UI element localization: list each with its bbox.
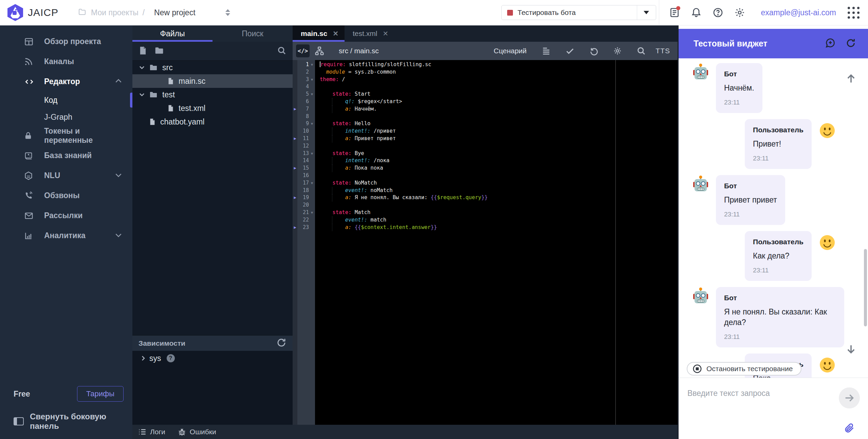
code-area[interactable]: 1▼require: slotfilling/slotFilling.sc2 m… — [293, 60, 678, 439]
bell-button[interactable] — [690, 6, 703, 19]
search-files-button[interactable] — [277, 46, 287, 57]
fold-arrow-icon[interactable]: ▼ — [309, 91, 315, 98]
tree-row-test[interactable]: test — [132, 88, 293, 101]
validate-check-icon[interactable] — [565, 46, 575, 56]
fold-arrow-icon[interactable]: ▼ — [309, 61, 315, 69]
help-circle-icon[interactable]: ? — [167, 354, 175, 362]
close-tab-icon[interactable]: ✕ — [383, 30, 388, 38]
breakpoint-icon[interactable]: ▶ — [293, 224, 297, 231]
code-line[interactable]: 8 — [293, 113, 678, 120]
attach-file-button[interactable] — [844, 423, 855, 436]
editor-tab-test-xml[interactable]: test.xml✕ — [345, 25, 394, 42]
tree-row-test-xml[interactable]: test.xml — [132, 101, 293, 115]
jaicp-logo-icon[interactable] — [7, 4, 23, 21]
code-line[interactable]: ▶15 a: Пока пока — [293, 165, 678, 172]
chat-scrollbar[interactable] — [864, 249, 867, 326]
format-icon[interactable] — [541, 46, 551, 56]
code-line[interactable]: 5▼ state: Start — [293, 91, 678, 98]
fold-arrow-icon[interactable]: ▼ — [309, 209, 315, 216]
tree-row-main-sc[interactable]: main.sc — [132, 74, 293, 88]
code-line[interactable]: 14 intent!: /пока — [293, 157, 678, 165]
fold-arrow-icon[interactable]: ▼ — [309, 120, 315, 128]
sidebar-subitem-код[interactable]: Код — [0, 92, 132, 109]
scroll-to-top-button[interactable] — [844, 72, 858, 85]
sidebar-item-nlu[interactable]: NLU — [0, 166, 132, 186]
sidebar-item-обзвоны[interactable]: Обзвоны — [0, 186, 132, 206]
code-line[interactable]: 9▼ state: Hello — [293, 120, 678, 128]
chevron-down-icon[interactable] — [138, 63, 147, 72]
chevron-down-icon[interactable] — [138, 91, 147, 99]
code-line[interactable]: 13▼ state: Bye — [293, 150, 678, 157]
project-name[interactable]: New project — [154, 8, 195, 17]
search-code-icon[interactable] — [636, 46, 646, 56]
test-bot-dropdown[interactable] — [637, 5, 656, 20]
fold-arrow-icon[interactable]: ▼ — [309, 179, 315, 187]
code-line[interactable]: 12 — [293, 142, 678, 150]
breakpoint-icon[interactable]: ▶ — [293, 106, 297, 113]
stop-testing-button[interactable]: Остановить тестирование — [687, 362, 801, 376]
code-line[interactable]: ▶19 a: Я не понял. Вы сказали: {{$reques… — [293, 194, 678, 202]
test-bot-button[interactable]: Тестировать бота — [501, 5, 656, 20]
restart-test-icon[interactable] — [846, 38, 856, 50]
sidebar-item-обзор-проекта[interactable]: Обзор проекта — [0, 32, 132, 52]
code-line[interactable]: 20 — [293, 202, 678, 209]
errors-button[interactable]: Ошибки — [178, 427, 216, 436]
graph-view-toggle[interactable] — [314, 46, 325, 56]
code-line[interactable]: ▶11 a: Привет привет — [293, 135, 678, 142]
apps-grid-button[interactable] — [846, 5, 861, 20]
settings-gear-button[interactable] — [733, 6, 746, 19]
undo-icon[interactable] — [589, 46, 598, 56]
tariffs-button[interactable]: Тарифы — [77, 386, 124, 402]
editor-settings-icon[interactable] — [613, 46, 622, 56]
file-panel-tab-файлы[interactable]: Файлы — [132, 25, 213, 42]
breakpoint-icon[interactable]: ▶ — [293, 194, 297, 202]
chat-input-area[interactable]: Введите текст запроса — [679, 378, 868, 439]
code-line[interactable]: 3▼theme: / — [293, 76, 678, 83]
code-line[interactable]: 10 intent!: /привет — [293, 128, 678, 135]
code-line[interactable]: ▶23 a: {{$context.intent.answer}} — [293, 224, 678, 231]
logs-button[interactable]: Логи — [138, 427, 165, 436]
project-selector-icon[interactable] — [225, 9, 230, 16]
code-line[interactable]: 4 — [293, 83, 678, 91]
file-panel-tab-поиск[interactable]: Поиск — [213, 25, 293, 42]
sidebar-subitem-j-graph[interactable]: J-Graph — [0, 109, 132, 126]
new-dialog-icon[interactable] — [825, 37, 836, 50]
sidebar-item-токены-и-переменные[interactable]: Токены и переменные — [0, 126, 132, 146]
chevron-right-icon[interactable] — [139, 354, 149, 362]
new-folder-button[interactable] — [154, 46, 164, 56]
tree-row-chatbot-yaml[interactable]: chatbot.yaml — [132, 115, 293, 129]
code-line[interactable]: 6 q!: $regex</start> — [293, 98, 678, 106]
account-email-link[interactable]: example@just-ai.com — [761, 8, 836, 17]
code-view-toggle[interactable]: </> — [296, 44, 310, 57]
refresh-dependencies-button[interactable] — [276, 338, 287, 349]
close-tab-icon[interactable]: ✕ — [333, 30, 338, 38]
tts-button[interactable]: TTS — [655, 47, 670, 55]
breakpoint-icon[interactable]: ▶ — [293, 165, 297, 172]
code-line[interactable]: 1▼require: slotfilling/slotFilling.sc — [293, 61, 678, 69]
sidebar-item-рассылки[interactable]: Рассылки — [0, 206, 132, 226]
code-line[interactable]: ▶7 a: Начнём. — [293, 106, 678, 113]
code-line[interactable]: 2 module = sys.zb-common — [293, 69, 678, 76]
code-line[interactable]: 21▼ state: Match — [293, 209, 678, 216]
fold-arrow-icon[interactable]: ▼ — [309, 76, 315, 83]
changelog-button[interactable] — [668, 6, 681, 19]
editor-tab-main-sc[interactable]: main.sc✕ — [293, 25, 345, 42]
code-line[interactable]: 18 event!: noMatch — [293, 187, 678, 194]
breadcrumb-projects[interactable]: Мои проекты — [91, 8, 138, 17]
sidebar-item-аналитика[interactable]: Аналитика — [0, 226, 132, 246]
tree-row-src[interactable]: src — [132, 61, 293, 74]
new-file-button[interactable] — [138, 46, 147, 57]
code-line[interactable]: 22 event!: match — [293, 216, 678, 224]
help-button[interactable] — [712, 6, 724, 19]
code-line[interactable]: 16 — [293, 172, 678, 179]
sidebar-item-редактор[interactable]: Редактор — [0, 72, 132, 92]
dependency-row-sys[interactable]: sys? — [132, 351, 293, 366]
breakpoint-icon[interactable]: ▶ — [293, 135, 297, 142]
code-line[interactable]: 17▼ state: NoMatch — [293, 179, 678, 187]
sidebar-item-база-знаний[interactable]: База знаний — [0, 146, 132, 166]
scroll-to-bottom-button[interactable] — [844, 342, 858, 356]
sidebar-item-каналы[interactable]: Каналы — [0, 52, 132, 72]
fold-arrow-icon[interactable]: ▼ — [309, 150, 315, 157]
collapse-sidebar-button[interactable]: Свернуть боковую панель — [0, 406, 132, 434]
scenario-mode-label[interactable]: Сценарий — [494, 47, 527, 55]
